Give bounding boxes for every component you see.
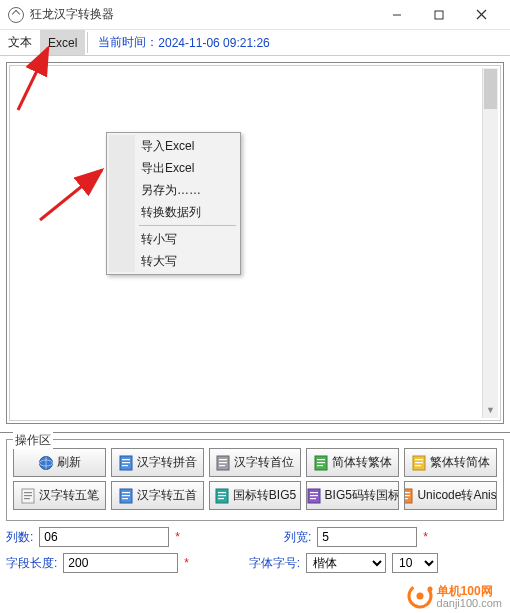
time-prefix: 当前时间： — [98, 34, 158, 51]
ctx-to-uppercase[interactable]: 转大写 — [109, 250, 238, 272]
close-button[interactable] — [460, 0, 502, 30]
svg-rect-19 — [317, 462, 325, 463]
app-icon — [8, 7, 24, 23]
window-title: 狂龙汉字转换器 — [30, 6, 376, 23]
svg-rect-40 — [310, 498, 316, 499]
font-label: 字体字号: — [249, 555, 300, 572]
svg-rect-11 — [122, 462, 130, 463]
ctx-import-excel[interactable]: 导入Excel — [109, 135, 238, 157]
refresh-button[interactable]: 刷新 — [13, 448, 106, 477]
svg-rect-1 — [435, 11, 443, 19]
fieldlen-label: 字段长度: — [6, 555, 57, 572]
svg-point-47 — [427, 587, 432, 592]
operation-group-title: 操作区 — [13, 432, 53, 449]
doc-gray-icon — [215, 455, 231, 471]
hanzi-to-wushou-button[interactable]: 汉字转五首 — [111, 481, 204, 510]
svg-rect-27 — [24, 495, 32, 496]
watermark-brand: 单机100网 — [437, 584, 493, 598]
current-time-label: 当前时间：2024-11-06 09:21:26 — [90, 30, 277, 55]
button-label: 繁体转简体 — [430, 454, 490, 471]
button-label: 汉字转五首 — [137, 487, 197, 504]
svg-rect-24 — [415, 465, 421, 466]
svg-rect-23 — [415, 462, 423, 463]
button-label: BIG5码转国标 — [325, 487, 400, 504]
svg-rect-39 — [310, 495, 318, 496]
time-value: 2024-11-06 09:21:26 — [158, 36, 269, 50]
scroll-thumb[interactable] — [484, 69, 497, 109]
svg-rect-28 — [24, 498, 30, 499]
doc-purple-icon — [306, 488, 321, 504]
button-label: 汉字转五笔 — [39, 487, 99, 504]
required-star: * — [175, 530, 180, 544]
operation-panel: 操作区 刷新 汉字转拼音 汉字转首位 简体转繁体 繁体转简体 汉字转五笔 汉字转… — [0, 432, 510, 573]
svg-rect-36 — [218, 498, 224, 499]
svg-rect-38 — [310, 492, 318, 493]
watermark: 单机100网 danji100.com — [407, 583, 502, 609]
menu-excel[interactable]: Excel — [40, 30, 85, 55]
svg-rect-10 — [122, 459, 130, 460]
doc-teal-icon — [214, 488, 230, 504]
svg-rect-31 — [122, 495, 130, 496]
cols-label: 列数: — [6, 529, 33, 546]
button-label: 刷新 — [57, 454, 81, 471]
operation-group: 操作区 刷新 汉字转拼音 汉字转首位 简体转繁体 繁体转简体 汉字转五笔 汉字转… — [6, 439, 504, 521]
doc-blue-icon — [118, 455, 134, 471]
form-row-2: 字段长度: * 字体字号: 楷体 10 — [6, 553, 504, 573]
watermark-logo-icon — [407, 583, 433, 609]
menu-text[interactable]: 文本 — [0, 30, 40, 55]
hanzi-to-wubi-button[interactable]: 汉字转五笔 — [13, 481, 106, 510]
svg-rect-30 — [122, 492, 130, 493]
watermark-url: danji100.com — [437, 597, 502, 609]
scroll-down-icon[interactable]: ▼ — [483, 402, 498, 418]
button-label: 汉字转拼音 — [137, 454, 197, 471]
svg-rect-16 — [219, 465, 225, 466]
cols-input[interactable] — [39, 527, 169, 547]
required-star: * — [423, 530, 428, 544]
svg-rect-42 — [404, 492, 410, 493]
minimize-button[interactable] — [376, 0, 418, 30]
text-area[interactable]: ▲ ▼ — [9, 65, 501, 421]
maximize-button[interactable] — [418, 0, 460, 30]
doc-orange-icon — [404, 488, 414, 504]
menubar: 文本 Excel 当前时间：2024-11-06 09:21:26 — [0, 30, 510, 56]
unicode-to-ansi-button[interactable]: Unicode转Anisc — [404, 481, 497, 510]
ctx-convert-column[interactable]: 转换数据列 — [109, 201, 238, 223]
svg-rect-26 — [24, 492, 32, 493]
hanzi-to-initial-button[interactable]: 汉字转首位 — [209, 448, 302, 477]
font-size-select[interactable]: 10 — [392, 553, 438, 573]
vertical-scrollbar[interactable]: ▲ ▼ — [482, 68, 498, 418]
doc-white-icon — [20, 488, 36, 504]
svg-rect-12 — [122, 465, 128, 466]
svg-rect-32 — [122, 498, 128, 499]
context-menu-separator — [139, 225, 236, 226]
gb-to-big5-button[interactable]: 国标转BIG5 — [209, 481, 302, 510]
big5-to-gb-button[interactable]: BIG5码转国标 — [306, 481, 399, 510]
button-label: Unicode转Anisc — [417, 487, 497, 504]
required-star: * — [184, 556, 189, 570]
simplified-to-traditional-button[interactable]: 简体转繁体 — [306, 448, 399, 477]
button-label: 汉字转首位 — [234, 454, 294, 471]
svg-rect-22 — [415, 459, 423, 460]
width-input[interactable] — [317, 527, 417, 547]
form-row-1: 列数: * 列宽: * — [6, 527, 504, 547]
text-area-frame: ▲ ▼ — [6, 62, 504, 424]
menu-separator — [87, 32, 88, 53]
button-label: 国标转BIG5 — [233, 487, 296, 504]
font-name-select[interactable]: 楷体 — [306, 553, 386, 573]
fieldlen-input[interactable] — [63, 553, 178, 573]
width-label: 列宽: — [284, 529, 311, 546]
button-row-1: 刷新 汉字转拼音 汉字转首位 简体转繁体 繁体转简体 — [13, 448, 497, 477]
main-area: ▲ ▼ — [0, 56, 510, 430]
svg-rect-20 — [317, 465, 323, 466]
hanzi-to-pinyin-button[interactable]: 汉字转拼音 — [111, 448, 204, 477]
doc-green-icon — [313, 455, 329, 471]
ctx-to-lowercase[interactable]: 转小写 — [109, 228, 238, 250]
svg-rect-43 — [404, 495, 410, 496]
ctx-export-excel[interactable]: 导出Excel — [109, 157, 238, 179]
doc-blue-icon — [118, 488, 134, 504]
window-controls — [376, 0, 502, 30]
button-label: 简体转繁体 — [332, 454, 392, 471]
traditional-to-simplified-button[interactable]: 繁体转简体 — [404, 448, 497, 477]
button-row-2: 汉字转五笔 汉字转五首 国标转BIG5 BIG5码转国标 Unicode转Ani… — [13, 481, 497, 510]
ctx-save-as[interactable]: 另存为…… — [109, 179, 238, 201]
